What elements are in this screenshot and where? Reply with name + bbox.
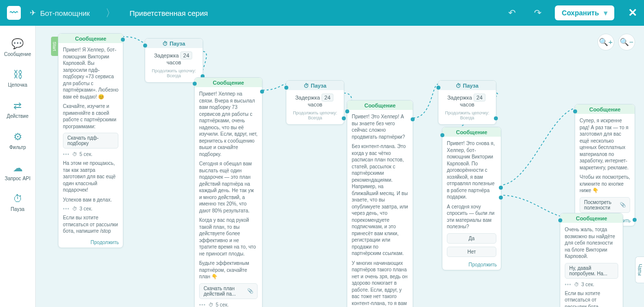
node-text: Если вы хотите отписаться от рассылки бо…: [565, 290, 618, 307]
port-in[interactable]: [440, 133, 444, 137]
node-header: ⏱ Пауза: [438, 81, 496, 90]
port-out[interactable]: [494, 116, 498, 120]
paperclip-icon: 📎: [247, 288, 253, 294]
node-header: Сообщение: [195, 78, 262, 87]
start-tag: Start: [51, 37, 58, 56]
action-icon: ⇄: [13, 100, 22, 111]
telegram-icon: ✈: [30, 8, 36, 17]
filter-icon: ⚙: [13, 131, 22, 143]
port-out[interactable]: [260, 90, 264, 94]
node-message-5[interactable]: Сообщение Супер, я искренне рад! А раз т…: [575, 104, 635, 226]
bot-name-text: Бот-помощник: [40, 9, 90, 17]
port-in[interactable]: [345, 109, 349, 113]
rail-item-pause[interactable]: ⏱ Пауза: [3, 188, 33, 216]
node-message-3[interactable]: Сообщение Привет! Это Хелпер! А вы знает…: [347, 100, 413, 307]
port-out[interactable]: [411, 117, 415, 121]
timer-icon: ⏱: [13, 193, 23, 205]
port-out[interactable]: [633, 218, 637, 222]
node-header: ⏱ Пауза: [145, 39, 203, 48]
port-out-no[interactable]: [499, 196, 503, 200]
port-out[interactable]: [121, 38, 125, 42]
bot-name[interactable]: ✈ Бот-помощник: [30, 8, 90, 17]
reply-option-no[interactable]: Нет: [447, 247, 496, 257]
node-message-2[interactable]: Сообщение Привет! Хелпер на связи. Вчера…: [194, 77, 263, 307]
zoom-in-button[interactable]: 🔍+: [597, 34, 614, 51]
node-text: Сегодня я обещал вам выслать ещё один по…: [199, 160, 258, 214]
flow-canvas[interactable]: 🔍+ 🔍− Чаты Start Сообщение Привет! Я Хел…: [36, 26, 644, 307]
node-header: Сообщение: [347, 101, 413, 110]
node-text: Привет! Я Хелпер, бот-помощник Виктории …: [63, 47, 118, 100]
message-icon: 💬: [11, 38, 24, 50]
node-text: Привет! Это снова я, Хелпер, бот-помощни…: [447, 140, 496, 201]
chain-note: Продолжить цепочку: Всегда: [443, 110, 491, 120]
topbar: 〰 ✈ Бот-помощник 〉 Приветственная серия …: [0, 0, 644, 26]
node-text: На этом не прощаюсь, так как завтра заго…: [63, 160, 118, 194]
left-rail: 💬 Сообщение ⛓ Цепочка ⇄ Действие ⚙ Фильт…: [0, 26, 36, 307]
rail-label: Действие: [7, 113, 29, 119]
scenario-name[interactable]: Приветственная серия: [129, 9, 208, 17]
chain-note: Продолжить цепочку: Всегда: [150, 68, 198, 78]
port-in[interactable]: [558, 218, 562, 222]
redo-button[interactable]: ↷: [529, 4, 546, 21]
node-message-6[interactable]: Сообщение Очень жаль, тогда возможно вы …: [560, 213, 623, 307]
close-button[interactable]: ✕: [628, 6, 637, 19]
paperclip-icon: 📎: [620, 202, 626, 207]
chain-icon: ⛓: [13, 69, 23, 80]
port-out-yes[interactable]: [499, 186, 503, 190]
save-button-label: Сохранить: [562, 9, 599, 17]
save-button[interactable]: Сохранить ▾: [555, 5, 614, 20]
attachment-button[interactable]: Скачать план действий па...📎: [199, 283, 258, 299]
port-in[interactable]: [436, 86, 440, 90]
app-logo[interactable]: 〰: [7, 6, 21, 20]
node-header: Сообщение: [575, 104, 635, 114]
node-text: Когда у вас под рукой такой план, то вы …: [199, 217, 258, 257]
rail-item-action[interactable]: ⇄ Действие: [3, 95, 33, 123]
chain-note: Продолжить цепочку: Всегда: [291, 110, 339, 120]
breadcrumb-sep: 〉: [106, 6, 115, 20]
delay-row: •••⏱ 5 сек.: [199, 302, 258, 307]
rail-item-api[interactable]: ☁ Запрос API: [3, 157, 33, 185]
node-text: Будьте эффективным партнёром, скачайте п…: [199, 260, 258, 280]
attachment-button[interactable]: Ну, давай попробуем. На...: [565, 263, 618, 279]
rail-label: Пауза: [11, 206, 25, 212]
port-in[interactable]: [143, 44, 147, 48]
node-text: Скачайте, изучите и применяйте в своей р…: [63, 103, 118, 130]
rail-label: Цепочка: [8, 82, 27, 88]
delay-value: Задержка24часов: [150, 51, 198, 65]
rail-item-filter[interactable]: ⚙ Фильтр: [3, 126, 33, 154]
rail-label: Запрос API: [4, 176, 30, 181]
node-header: Сообщение: [442, 127, 501, 137]
node-pause-3[interactable]: ⏱ Пауза Задержка24часов Продолжить цепоч…: [438, 80, 496, 125]
node-text: Без контент-плана. Это когда у вас чётко…: [352, 143, 408, 257]
attachment-button[interactable]: Скачать пдф-подборку: [63, 133, 118, 149]
node-pause-2[interactable]: ⏱ Пауза Задержка24часов Продолжить цепоч…: [286, 80, 344, 125]
node-header: Сообщение: [58, 34, 123, 43]
undo-button[interactable]: ↶: [503, 4, 520, 21]
zoom-out-button[interactable]: 🔍−: [618, 34, 635, 51]
zoom-controls: 🔍+ 🔍−: [597, 34, 635, 51]
edges-layer: [36, 26, 644, 307]
node-message-1[interactable]: Start Сообщение Привет! Я Хелпер, бот-по…: [58, 33, 123, 248]
port-in[interactable]: [284, 86, 288, 90]
continue-link[interactable]: Продолжить: [442, 261, 501, 270]
chevron-down-icon[interactable]: ▾: [604, 9, 607, 17]
node-text: Чтобы их посмотреть, кликните по кнопке …: [580, 174, 630, 194]
reply-option-yes[interactable]: Да: [447, 233, 496, 244]
delay-value: Задержка24часов: [443, 94, 491, 107]
node-message-4[interactable]: Сообщение Привет! Это снова я, Хелпер, б…: [442, 127, 501, 270]
delay-row: •••⏱ 3 сек.: [63, 206, 118, 211]
port-out[interactable]: [342, 116, 346, 120]
node-text: Супер, я искренне рад! А раз так — то я …: [580, 117, 630, 171]
port-in[interactable]: [193, 82, 197, 86]
chats-tab[interactable]: Чаты: [635, 256, 644, 283]
port-in[interactable]: [573, 109, 577, 113]
node-pause-1[interactable]: ⏱ Пауза Задержка24часов Продолжить цепоч…: [145, 38, 203, 83]
api-icon: ☁: [13, 162, 23, 174]
attachment-button[interactable]: Посмотреть полезности📎: [580, 197, 630, 213]
node-text: Очень жаль, тогда возможно вы найдёте дл…: [565, 226, 618, 260]
delay-row: •••⏱ 3 сек.: [565, 282, 618, 287]
continue-link[interactable]: Продолжить: [58, 239, 123, 248]
rail-item-message[interactable]: 💬 Сообщение: [3, 33, 33, 61]
rail-item-chain[interactable]: ⛓ Цепочка: [3, 64, 33, 92]
delay-value: Задержка24часов: [291, 94, 339, 107]
